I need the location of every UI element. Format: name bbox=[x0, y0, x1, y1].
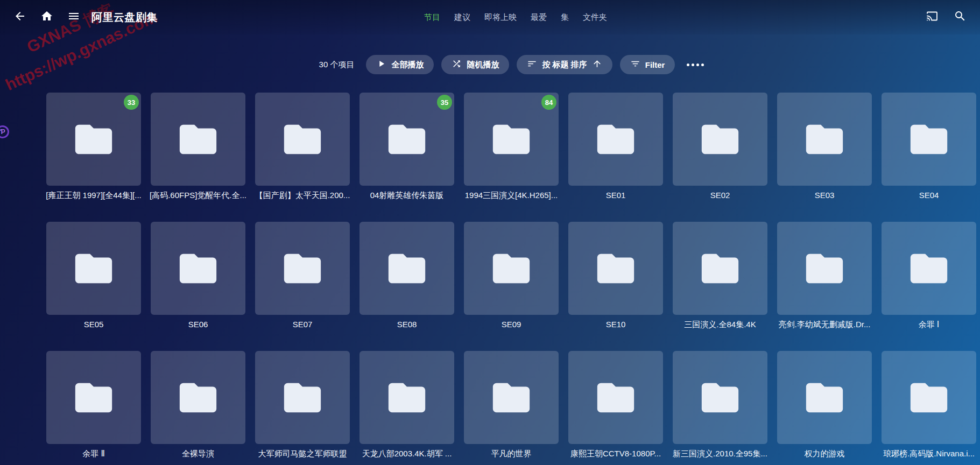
tab-folders[interactable]: 文件夹 bbox=[583, 12, 607, 23]
menu-button[interactable] bbox=[61, 5, 86, 30]
folder-card[interactable] bbox=[777, 222, 872, 315]
folder-card[interactable] bbox=[255, 351, 350, 444]
grid-item: 大军师司马懿之军师联盟 bbox=[255, 351, 350, 459]
folder-card[interactable]: 35 bbox=[359, 93, 454, 186]
folder-title[interactable]: 琅琊榜.高码版.Nirvana.i... bbox=[877, 449, 980, 459]
grid-item: 天龙八部2003.4K.胡军 ... bbox=[359, 351, 454, 459]
folder-icon bbox=[907, 376, 951, 420]
folder-title[interactable]: 【国产剧】太平天国.200... bbox=[250, 191, 355, 201]
shuffle-button[interactable]: 随机播放 bbox=[441, 55, 509, 74]
filter-button[interactable]: Filter bbox=[620, 55, 675, 74]
folder-title[interactable]: 权力的游戏 bbox=[772, 449, 877, 459]
folder-title[interactable]: SE01 bbox=[563, 191, 668, 200]
folder-title[interactable]: SE09 bbox=[459, 320, 563, 329]
grid-item: SE07 bbox=[255, 222, 350, 330]
folder-title[interactable]: 全裸导演 bbox=[146, 449, 250, 459]
tab-shows[interactable]: 节目 bbox=[424, 12, 440, 23]
folder-card[interactable] bbox=[882, 222, 976, 315]
grid-item: 全裸导演 bbox=[151, 351, 245, 459]
tab-favorites[interactable]: 最爱 bbox=[531, 12, 547, 23]
folder-card[interactable] bbox=[882, 93, 976, 186]
folder-title[interactable]: SE08 bbox=[355, 320, 459, 329]
folder-title[interactable]: 三国演义.全84集.4K bbox=[668, 320, 772, 330]
folder-card[interactable] bbox=[673, 351, 767, 444]
folder-card[interactable] bbox=[46, 222, 141, 315]
folder-title[interactable]: 平凡的世界 bbox=[459, 449, 563, 459]
more-options-button[interactable] bbox=[682, 59, 708, 71]
grid-item: SE03 bbox=[777, 93, 872, 201]
folder-icon bbox=[385, 376, 429, 420]
folder-icon bbox=[176, 117, 220, 161]
folder-card[interactable] bbox=[359, 351, 454, 444]
folder-card[interactable] bbox=[673, 222, 767, 315]
folder-title[interactable]: SE06 bbox=[146, 320, 250, 329]
folder-icon bbox=[72, 246, 116, 291]
folder-title[interactable]: [雍正王朝 1997][全44集][... bbox=[41, 191, 146, 201]
folder-card[interactable] bbox=[255, 222, 350, 315]
folder-title[interactable]: [高码.60FPS]觉醒年代.全... bbox=[146, 191, 250, 201]
folder-title[interactable]: SE07 bbox=[250, 320, 355, 329]
unplayed-count-badge: 33 bbox=[124, 95, 139, 110]
cast-button[interactable] bbox=[920, 5, 944, 30]
grid-item: 【国产剧】太平天国.200... bbox=[255, 93, 350, 201]
folder-title[interactable]: 04射雕英雄传朱茵版 bbox=[355, 191, 459, 201]
folder-title[interactable]: SE02 bbox=[668, 191, 772, 200]
back-button[interactable] bbox=[8, 5, 32, 30]
folder-title[interactable]: 新三国演义.2010.全95集... bbox=[668, 449, 772, 459]
grid-item: 33 [雍正王朝 1997][全44集][... bbox=[46, 93, 141, 201]
grid-item: 余罪 Ⅱ bbox=[46, 351, 141, 459]
folder-card[interactable]: 33 bbox=[46, 93, 141, 186]
grid-item: 琅琊榜.高码版.Nirvana.i... bbox=[882, 351, 976, 459]
grid-item: SE04 bbox=[882, 93, 976, 201]
search-icon bbox=[954, 10, 967, 25]
folder-card[interactable] bbox=[151, 222, 245, 315]
home-button[interactable] bbox=[34, 5, 59, 30]
folder-title[interactable]: SE10 bbox=[563, 320, 668, 329]
grid-item: SE09 bbox=[464, 222, 559, 330]
folder-title[interactable]: 亮剑.李幼斌无删减版.Dr... bbox=[772, 320, 877, 330]
tab-suggestions[interactable]: 建议 bbox=[454, 12, 470, 23]
folder-card[interactable] bbox=[777, 351, 872, 444]
grid-item: 三国演义.全84集.4K bbox=[673, 222, 767, 330]
folder-title[interactable]: 天龙八部2003.4K.胡军 ... bbox=[355, 449, 459, 459]
folder-icon bbox=[698, 117, 742, 161]
grid-item: SE10 bbox=[568, 222, 663, 330]
folder-card[interactable] bbox=[359, 222, 454, 315]
folder-card[interactable] bbox=[151, 351, 245, 444]
folder-icon bbox=[907, 117, 951, 161]
folder-card[interactable] bbox=[46, 351, 141, 444]
folder-card[interactable] bbox=[464, 222, 559, 315]
folder-card[interactable] bbox=[464, 351, 559, 444]
folder-title[interactable]: 1994三国演义[4K.H265]... bbox=[459, 191, 563, 201]
folder-card[interactable] bbox=[568, 93, 663, 186]
folder-title[interactable]: SE04 bbox=[877, 191, 980, 200]
folder-title[interactable]: 余罪 Ⅰ bbox=[877, 320, 980, 330]
tab-episodes[interactable]: 集 bbox=[561, 12, 569, 23]
folder-title[interactable]: 康熙王朝CCTV8-1080P... bbox=[563, 449, 668, 459]
folder-card[interactable] bbox=[777, 93, 872, 186]
folder-card[interactable]: 84 bbox=[464, 93, 559, 186]
folder-icon bbox=[594, 117, 638, 161]
hamburger-icon bbox=[67, 10, 80, 25]
folder-card[interactable] bbox=[568, 222, 663, 315]
tab-upcoming[interactable]: 即将上映 bbox=[484, 12, 517, 23]
sort-button[interactable]: 按 标题 排序 bbox=[517, 55, 612, 74]
folder-icon bbox=[489, 246, 533, 291]
search-button[interactable] bbox=[948, 5, 972, 30]
play-all-button[interactable]: 全部播放 bbox=[366, 55, 434, 74]
folder-card[interactable] bbox=[882, 351, 976, 444]
folder-card[interactable] bbox=[568, 351, 663, 444]
folder-icon bbox=[176, 246, 220, 291]
page-title: 阿里云盘剧集 bbox=[91, 10, 158, 25]
folder-title[interactable]: SE05 bbox=[41, 320, 146, 329]
arrow-left-icon bbox=[13, 10, 26, 25]
folder-icon bbox=[594, 376, 638, 420]
folder-title[interactable]: 余罪 Ⅱ bbox=[41, 449, 146, 459]
folder-card[interactable] bbox=[255, 93, 350, 186]
unplayed-count-badge: 35 bbox=[437, 95, 452, 110]
folder-title[interactable]: 大军师司马懿之军师联盟 bbox=[250, 449, 355, 459]
grid-item: SE01 bbox=[568, 93, 663, 201]
folder-card[interactable] bbox=[673, 93, 767, 186]
folder-title[interactable]: SE03 bbox=[772, 191, 877, 200]
folder-card[interactable] bbox=[151, 93, 245, 186]
